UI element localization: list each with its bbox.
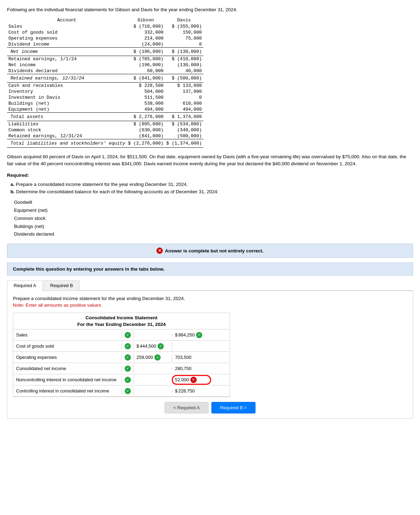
income-statement-subtitle: For the Year Ending December 31, 2024 bbox=[13, 321, 230, 329]
income-row-check: ✓ bbox=[122, 364, 134, 373]
required-list-item: Goodwill bbox=[14, 199, 413, 207]
income-row-label: Consolidated net income bbox=[13, 364, 122, 373]
check-icon: ✓ bbox=[125, 332, 131, 338]
table-account-cell: Operating expenses bbox=[7, 35, 127, 41]
income-row-input1[interactable] bbox=[134, 367, 172, 370]
income-row: Controlling interest in consolidated net… bbox=[13, 385, 230, 397]
table-account-cell: Retained earnings, 12/31/24 bbox=[7, 74, 127, 83]
table-account-cell: Sales bbox=[7, 23, 127, 29]
table-account-cell: Retained earnings, 12/31/24 bbox=[7, 133, 127, 139]
income-row-check: ✓ bbox=[122, 330, 134, 340]
table-account-cell: Investment in Davis bbox=[7, 95, 127, 100]
income-row-input1[interactable] bbox=[134, 334, 172, 336]
income-value: 703,500 bbox=[175, 355, 191, 360]
dollar-sign: $ bbox=[175, 332, 177, 337]
gibson-col-header: Gibson bbox=[127, 17, 165, 23]
income-value: 228,750 bbox=[178, 388, 195, 394]
table-gibson-cell: (24,000) bbox=[127, 41, 165, 48]
required-label: Required: bbox=[7, 173, 413, 178]
complete-instruction-text: Complete this question by entering your … bbox=[13, 266, 164, 272]
table-davis-cell: $ (130,000) bbox=[165, 48, 203, 56]
account-col-header: Account bbox=[7, 17, 127, 23]
table-gibson-cell: (630,000) bbox=[127, 127, 165, 133]
table-gibson-cell: $ (2,276,000) bbox=[127, 139, 165, 148]
dollar-sign: $ bbox=[136, 343, 139, 349]
table-gibson-cell: (841,000) bbox=[127, 133, 165, 139]
table-davis-cell: $ (500,000) bbox=[165, 74, 203, 83]
table-davis-cell: $ (1,374,000) bbox=[165, 139, 203, 148]
income-row-label: Operating expenses bbox=[13, 353, 122, 361]
tab-required-b[interactable]: Required B bbox=[43, 280, 79, 291]
financial-table: Account Gibson Davis Sales $ (718,000) $… bbox=[7, 17, 203, 148]
table-gibson-cell: $ (705,000) bbox=[127, 56, 165, 62]
prev-button[interactable]: < Required A bbox=[164, 402, 209, 413]
income-rows: Sales✓$984,250✓Cost of goods sold✓$444,5… bbox=[13, 329, 230, 397]
table-account-cell: Cash and receivables bbox=[7, 83, 127, 89]
alert-box: ✕ Answer is complete but not entirely co… bbox=[7, 244, 413, 258]
davis-col-header: Davis bbox=[165, 17, 203, 23]
income-statement-container: Consolidated Income Statement For the Ye… bbox=[13, 313, 230, 397]
alert-icon: ✕ bbox=[156, 248, 163, 254]
alert-text: Answer is complete but not entirely corr… bbox=[165, 248, 263, 253]
income-row-check: ✓ bbox=[122, 375, 134, 384]
income-row-check: ✓ bbox=[122, 342, 134, 351]
table-account-cell: Dividends declared bbox=[7, 68, 127, 74]
nav-buttons: < Required A Required B > bbox=[13, 402, 407, 413]
income-row: Noncontrolling interest in consolidated … bbox=[13, 374, 230, 385]
required-items: a. Prepare a consolidated income stateme… bbox=[7, 181, 413, 196]
income-row-input1[interactable] bbox=[134, 378, 172, 381]
income-row-input2[interactable] bbox=[172, 345, 211, 348]
income-row-input1[interactable] bbox=[134, 390, 172, 392]
table-gibson-cell: $ (718,000) bbox=[127, 23, 165, 29]
check-icon: ✓ bbox=[125, 388, 131, 394]
table-gibson-cell: $ 2,276,000 bbox=[127, 113, 165, 121]
income-row-label: Sales bbox=[13, 331, 122, 339]
table-gibson-cell: (196,000) bbox=[127, 62, 165, 68]
table-gibson-cell: 60,000 bbox=[127, 68, 165, 74]
table-davis-cell: 0 bbox=[165, 95, 203, 100]
income-row-input1[interactable]: $444,500✓ bbox=[134, 342, 172, 351]
table-davis-cell: $ (355,000) bbox=[165, 23, 203, 29]
table-gibson-cell: 494,000 bbox=[127, 106, 165, 113]
next-button[interactable]: Required B > bbox=[211, 402, 255, 413]
table-account-cell: Inventory bbox=[7, 89, 127, 95]
income-row-input2[interactable]: $984,250✓ bbox=[172, 330, 211, 340]
income-row-input2[interactable]: $228,750 bbox=[172, 387, 211, 395]
income-row: Cost of goods sold✓$444,500✓ bbox=[13, 341, 230, 352]
income-row: Sales✓$984,250✓ bbox=[13, 329, 230, 341]
table-gibson-cell: $ 228,500 bbox=[127, 83, 165, 89]
income-row-input1[interactable]: 259,000✓ bbox=[134, 353, 172, 362]
table-account-cell: Liabilities bbox=[7, 121, 127, 127]
income-row: Consolidated net income✓280,750 bbox=[13, 363, 230, 374]
required-item-a: a. Prepare a consolidated income stateme… bbox=[10, 181, 413, 188]
required-list-item: Equipment (net) bbox=[14, 207, 413, 215]
table-davis-cell: 137,000 bbox=[165, 89, 203, 95]
tab-description: Prepare a consolidated income statement … bbox=[13, 296, 407, 301]
required-list: GoodwillEquipment (net)Common stockBuild… bbox=[14, 199, 413, 239]
income-row-input2[interactable]: 280,750 bbox=[172, 364, 211, 373]
table-davis-cell: $ 1,374,000 bbox=[165, 113, 203, 121]
table-gibson-cell: $ (841,000) bbox=[127, 74, 165, 83]
tab-required-a[interactable]: Required A bbox=[7, 280, 43, 291]
table-davis-cell: 75,000 bbox=[165, 35, 203, 41]
income-value: 984,250✓ bbox=[178, 332, 202, 338]
table-account-cell: Total liabilities and stockholders' equi… bbox=[7, 139, 127, 148]
check-icon: ✓ bbox=[125, 366, 131, 372]
income-row-input2[interactable]: 703,500 bbox=[172, 353, 211, 361]
income-value: 444,500✓ bbox=[140, 343, 164, 349]
check-icon: ✓ bbox=[158, 343, 164, 349]
table-account-cell: Cost of goods sold bbox=[7, 29, 127, 35]
table-gibson-cell: 332,000 bbox=[127, 29, 165, 35]
income-row-check: ✓ bbox=[122, 387, 134, 396]
table-account-cell: Net income bbox=[7, 48, 127, 56]
table-davis-cell: 0 bbox=[165, 41, 203, 48]
table-gibson-cell: $ (805,000) bbox=[127, 121, 165, 127]
table-davis-cell: 494,000 bbox=[165, 106, 203, 113]
income-value: 280,750 bbox=[175, 366, 191, 371]
check-icon: ✓ bbox=[125, 354, 131, 361]
income-row-input2[interactable]: 52,000✕ bbox=[172, 375, 211, 384]
complete-instruction-box: Complete this question by entering your … bbox=[7, 263, 413, 276]
table-davis-cell: $ (410,000) bbox=[165, 56, 203, 62]
required-item-b: b. Determine the consolidated balance fo… bbox=[10, 188, 413, 196]
table-davis-cell: $ 133,000 bbox=[165, 83, 203, 89]
